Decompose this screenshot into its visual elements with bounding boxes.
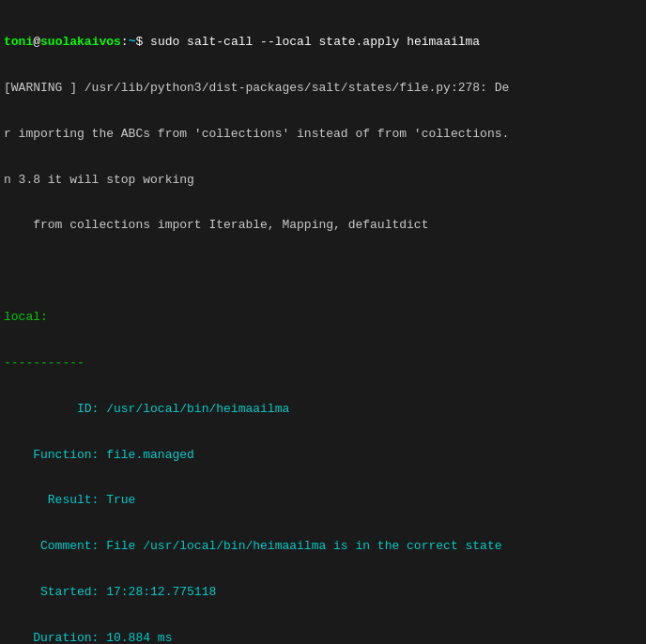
blank-line-1 — [4, 263, 642, 281]
warning-line-3: n 3.8 it will stop working — [4, 172, 642, 190]
warning-line-4: from collections import Iterable, Mappin… — [4, 217, 642, 235]
prompt-colon: : — [121, 35, 129, 49]
prompt-host: suolakaivos — [40, 35, 121, 49]
entry1-started: Started: 17:28:12.775118 — [4, 584, 642, 602]
terminal-window: toni@suolakaivos:~$ sudo salt-call --loc… — [0, 0, 646, 644]
entry1-result: Result: True — [4, 492, 642, 510]
divider-1: ----------- — [4, 355, 642, 373]
warning-line-1: [WARNING ] /usr/lib/python3/dist-package… — [4, 80, 642, 98]
prompt-at: @ — [33, 35, 40, 49]
entry1-function: Function: file.managed — [4, 447, 642, 465]
warning-line-2: r importing the ABCs from 'collections' … — [4, 126, 642, 144]
prompt-line: toni@suolakaivos:~$ sudo salt-call --loc… — [4, 34, 642, 52]
entry1-duration: Duration: 10.884 ms — [4, 630, 642, 644]
prompt-user: toni — [4, 35, 33, 49]
prompt-command: sudo salt-call --local state.apply heima… — [143, 35, 480, 49]
entry1-id: ID: /usr/local/bin/heimaailma — [4, 401, 642, 419]
entry1-comment: Comment: File /usr/local/bin/heimaailma … — [4, 538, 642, 556]
local-header: local: — [4, 309, 642, 327]
